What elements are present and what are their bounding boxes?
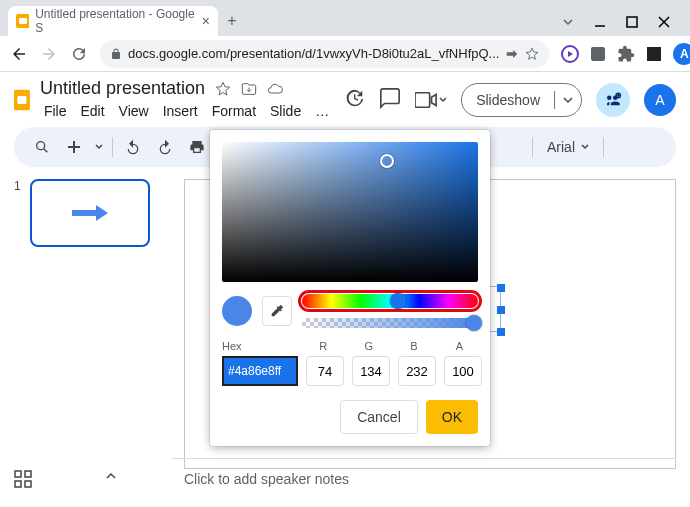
- sv-cursor[interactable]: [380, 154, 394, 168]
- slideshow-button: Slideshow: [461, 83, 582, 117]
- lock-icon: [110, 48, 122, 60]
- slideshow-main[interactable]: Slideshow: [462, 92, 554, 108]
- a-input[interactable]: [444, 356, 482, 386]
- address-bar: docs.google.com/presentation/d/1vwxyVh-D…: [0, 36, 690, 72]
- forward-button[interactable]: [40, 45, 58, 63]
- history-icon[interactable]: [343, 87, 365, 113]
- ext-block-icon[interactable]: [645, 45, 663, 63]
- slides-logo: [14, 82, 30, 118]
- reload-button[interactable]: [70, 45, 88, 63]
- eyedropper-button[interactable]: [262, 296, 292, 326]
- new-slide-dropdown[interactable]: [92, 133, 106, 161]
- collapse-icon[interactable]: [104, 469, 118, 483]
- browser-avatar[interactable]: A: [673, 43, 690, 65]
- doc-title[interactable]: Untitled presentation: [40, 78, 205, 99]
- saturation-value-area[interactable]: [222, 142, 478, 282]
- r-label: R: [305, 340, 342, 352]
- slide-thumbnails: 1: [14, 171, 164, 478]
- font-selector[interactable]: Arial: [539, 139, 597, 155]
- speaker-notes-input[interactable]: Click to add speaker notes: [172, 458, 676, 499]
- alpha-slider[interactable]: [302, 318, 478, 328]
- svg-rect-15: [15, 471, 21, 477]
- svg-rect-5: [647, 47, 661, 61]
- color-swatch: [222, 296, 252, 326]
- menu-insert[interactable]: Insert: [159, 101, 202, 121]
- svg-rect-1: [19, 18, 27, 24]
- tab-bar: Untitled presentation - Google S × +: [0, 0, 690, 36]
- svg-rect-18: [25, 481, 31, 487]
- comment-icon[interactable]: [379, 87, 401, 113]
- tab-close-icon[interactable]: ×: [202, 13, 210, 29]
- app-header: Untitled presentation File Edit View Ins…: [0, 72, 690, 123]
- svg-point-13: [37, 142, 45, 150]
- speaker-notes-bar: Click to add speaker notes: [14, 458, 676, 499]
- svg-rect-16: [25, 471, 31, 477]
- svg-rect-4: [591, 47, 605, 61]
- g-input[interactable]: [352, 356, 390, 386]
- g-label: G: [350, 340, 387, 352]
- minimize-icon[interactable]: [594, 14, 608, 28]
- browser-tab[interactable]: Untitled presentation - Google S ×: [8, 6, 218, 36]
- menu-edit[interactable]: Edit: [76, 101, 108, 121]
- grid-view-icon[interactable]: [14, 470, 32, 488]
- app-avatar[interactable]: A: [644, 84, 676, 116]
- ok-button[interactable]: OK: [426, 400, 478, 434]
- move-icon[interactable]: [241, 81, 257, 97]
- svg-rect-2: [627, 17, 637, 27]
- menu-more[interactable]: …: [311, 101, 333, 121]
- menu-slide[interactable]: Slide: [266, 101, 305, 121]
- ext-play-icon[interactable]: [561, 45, 579, 63]
- star-icon[interactable]: [215, 81, 231, 97]
- menu-file[interactable]: File: [40, 101, 71, 121]
- tab-title: Untitled presentation - Google S: [35, 7, 196, 35]
- close-icon[interactable]: [658, 14, 672, 28]
- alpha-thumb[interactable]: [466, 315, 482, 331]
- arrow-shape-icon: [70, 203, 110, 223]
- slide-thumbnail-1[interactable]: [30, 179, 150, 247]
- color-picker-popover: Hex R G B A Cancel OK: [210, 130, 490, 446]
- new-tab-button[interactable]: +: [218, 7, 246, 35]
- window-controls: [562, 14, 690, 28]
- search-menu-button[interactable]: [28, 133, 56, 161]
- menu-bar: File Edit View Insert Format Slide …: [40, 101, 333, 121]
- hue-thumb[interactable]: [390, 293, 406, 309]
- share-icon[interactable]: [505, 47, 519, 61]
- puzzle-icon[interactable]: [617, 45, 635, 63]
- extensions: A: [561, 43, 690, 65]
- svg-rect-10: [17, 96, 26, 104]
- slideshow-dropdown[interactable]: [554, 91, 581, 109]
- undo-button[interactable]: [119, 133, 147, 161]
- b-label: B: [395, 340, 432, 352]
- print-button[interactable]: [183, 133, 211, 161]
- share-button[interactable]: [596, 83, 630, 117]
- menu-view[interactable]: View: [115, 101, 153, 121]
- url-text: docs.google.com/presentation/d/1vwxyVh-D…: [128, 46, 499, 61]
- r-input[interactable]: [306, 356, 344, 386]
- maximize-icon[interactable]: [626, 14, 640, 28]
- redo-button[interactable]: [151, 133, 179, 161]
- hex-input[interactable]: [222, 356, 298, 386]
- thumb-number: 1: [14, 179, 24, 247]
- url-input[interactable]: docs.google.com/presentation/d/1vwxyVh-D…: [100, 40, 549, 68]
- slides-favicon: [16, 14, 29, 28]
- svg-rect-11: [415, 92, 430, 107]
- hex-label: Hex: [222, 340, 297, 352]
- a-label: A: [441, 340, 478, 352]
- browser-chrome: Untitled presentation - Google S × + doc…: [0, 0, 690, 72]
- star-icon[interactable]: [525, 47, 539, 61]
- back-button[interactable]: [10, 45, 28, 63]
- svg-rect-17: [15, 481, 21, 487]
- cloud-icon[interactable]: [267, 81, 283, 97]
- cancel-button[interactable]: Cancel: [340, 400, 418, 434]
- meet-icon[interactable]: [415, 92, 447, 108]
- ext-generic-icon[interactable]: [589, 45, 607, 63]
- new-slide-button[interactable]: [60, 133, 88, 161]
- menu-format[interactable]: Format: [208, 101, 260, 121]
- chevron-down-icon[interactable]: [562, 14, 576, 28]
- hue-slider[interactable]: [302, 294, 478, 308]
- b-input[interactable]: [398, 356, 436, 386]
